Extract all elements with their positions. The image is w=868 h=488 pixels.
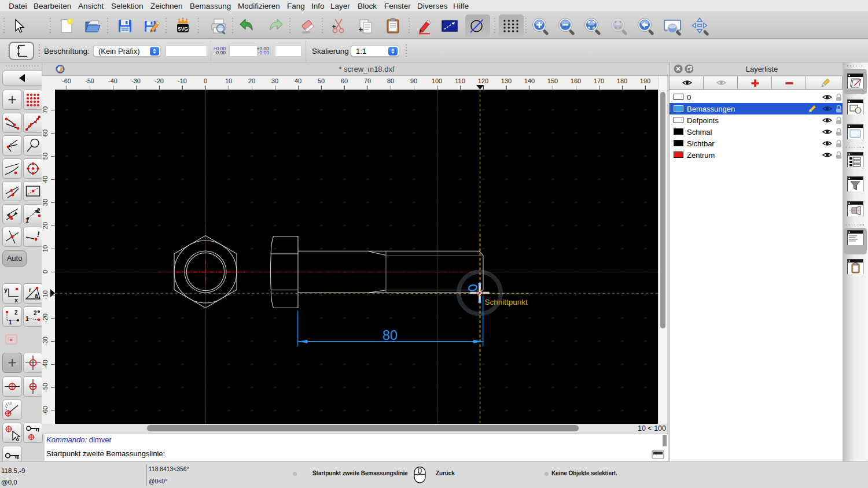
svg-text:1: 1 — [9, 319, 12, 326]
svg-text:x: x — [14, 297, 19, 303]
svg-text:2: 2 — [14, 309, 18, 316]
svg-text:SVG: SVG — [178, 26, 188, 32]
svg-text:1: 1 — [25, 217, 29, 224]
svg-text:!: ! — [36, 230, 41, 239]
svg-text:Schnittpunkt: Schnittpunkt — [485, 298, 528, 306]
svg-text:a: a — [35, 293, 38, 299]
svg-text:y: y — [4, 286, 8, 293]
svg-text:2: 2 — [37, 208, 41, 214]
svg-text:1: 1 — [25, 316, 29, 322]
svg-text:r: r — [29, 287, 31, 293]
svg-text:2: 2 — [34, 310, 37, 316]
svg-text:80: 80 — [382, 328, 398, 343]
